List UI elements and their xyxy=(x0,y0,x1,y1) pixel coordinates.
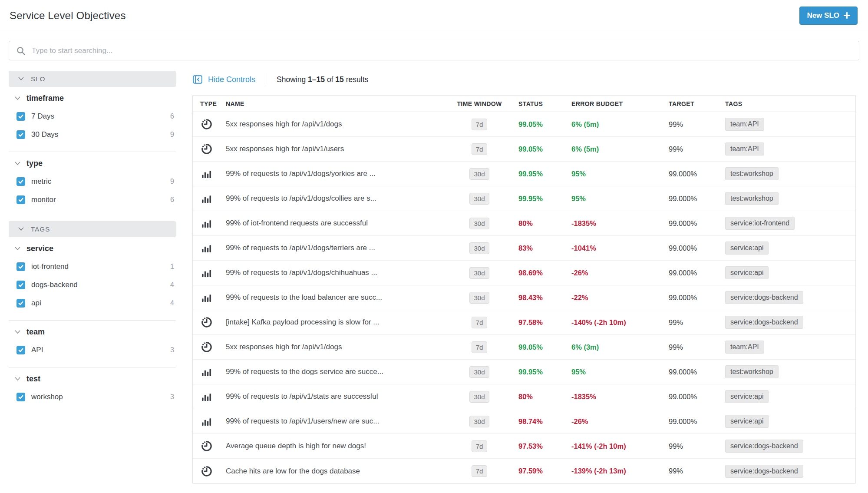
checkbox-checked-icon[interactable] xyxy=(17,281,25,289)
slo-table-row[interactable]: 5xx responses high for /api/v1/users 7d … xyxy=(193,137,855,162)
column-header-name[interactable]: NAME xyxy=(226,100,440,107)
search-box[interactable] xyxy=(9,41,859,60)
slo-name[interactable]: Average queue depth is high for new dogs… xyxy=(226,442,440,450)
slo-name[interactable]: Cache hits are low for the dogs database xyxy=(226,467,440,476)
slo-table-row[interactable]: 99% of requests to the dogs service are … xyxy=(193,360,855,384)
facet-item-workshop[interactable]: workshop 3 xyxy=(15,388,176,406)
vertical-divider xyxy=(266,73,266,86)
slo-name[interactable]: 99% of requests to /api/v1/stats are suc… xyxy=(226,392,440,401)
facet-item-iot-frontend[interactable]: iot-frontend 1 xyxy=(15,258,176,276)
slo-name[interactable]: 99% of requests to the load balancer are… xyxy=(226,293,440,302)
facet-item-api[interactable]: API 3 xyxy=(15,341,176,359)
monitor-type-icon xyxy=(200,118,213,131)
facet-group-header-service[interactable]: service xyxy=(15,244,176,253)
slo-target-value: 99.000% xyxy=(669,269,725,277)
chevron-down-icon xyxy=(18,77,24,81)
checkbox-checked-icon[interactable] xyxy=(17,393,25,401)
slo-tag-badge[interactable]: service:dogs-backend xyxy=(725,316,803,329)
column-header-time-window[interactable]: TIME WINDOW xyxy=(440,100,518,107)
slo-status-value: 99.95% xyxy=(518,368,571,376)
hide-controls-label: Hide Controls xyxy=(208,75,255,84)
slo-table-row[interactable]: 99% of requests to /api/v1/stats are suc… xyxy=(193,384,855,409)
checkbox-checked-icon[interactable] xyxy=(17,177,25,186)
column-header-status[interactable]: STATUS xyxy=(518,100,571,107)
slo-tag-badge[interactable]: service:iot-frontend xyxy=(725,217,795,230)
table-header-row: TYPE NAME TIME WINDOW STATUS ERROR BUDGE… xyxy=(193,96,855,112)
facet-item-api[interactable]: api 4 xyxy=(15,294,176,312)
slo-status-value: 97.58% xyxy=(518,318,571,327)
slo-table-row[interactable]: Average queue depth is high for new dogs… xyxy=(193,434,855,459)
facet-group-timeframe: timeframe 7 Days 6 30 Days 9 xyxy=(9,94,176,144)
time-window-badge: 30d xyxy=(469,416,489,427)
slo-target-value: 99% xyxy=(669,120,725,129)
slo-error-budget-value: 6% (5m) xyxy=(571,120,669,129)
slo-table-row[interactable]: 5xx responses high for /api/v1/dogs 7d 9… xyxy=(193,112,855,137)
slo-tag-badge[interactable]: team:API xyxy=(725,118,764,131)
slo-name[interactable]: 5xx responses high for /api/v1/dogs xyxy=(226,343,440,351)
new-slo-button[interactable]: New SLO xyxy=(799,7,858,25)
slo-name[interactable]: 99% of requests to /api/v1/users/new are… xyxy=(226,417,440,426)
slo-tag-badge[interactable]: service:dogs-backend xyxy=(725,291,803,304)
column-header-error-budget[interactable]: ERROR BUDGET xyxy=(571,100,669,107)
slo-tag-badge[interactable]: service:api xyxy=(725,242,769,255)
facet-section-header-tags[interactable]: TAGS xyxy=(9,221,176,237)
slo-table-row[interactable]: 99% of requests to /api/v1/dogs/collies … xyxy=(193,186,855,211)
column-header-target[interactable]: TARGET xyxy=(669,100,725,107)
slo-table-row[interactable]: 99% of requests to /api/v1/dogs/terriers… xyxy=(193,236,855,261)
slo-status-value: 99.05% xyxy=(518,343,571,351)
slo-tag-badge[interactable]: service:api xyxy=(725,390,769,403)
slo-name[interactable]: 99% of requests to the dogs service are … xyxy=(226,367,440,376)
slo-tag-badge[interactable]: test:workshop xyxy=(725,365,779,378)
column-header-type[interactable]: TYPE xyxy=(193,100,226,107)
slo-tag-badge[interactable]: team:API xyxy=(725,142,764,156)
facet-item-label: monitor xyxy=(31,195,170,204)
slo-name[interactable]: 5xx responses high for /api/v1/dogs xyxy=(226,120,440,129)
facet-item-dogs-backend[interactable]: dogs-backend 4 xyxy=(15,276,176,294)
facet-item-30-days[interactable]: 30 Days 9 xyxy=(15,126,176,144)
slo-name[interactable]: 99% of requests to /api/v1/dogs/collies … xyxy=(226,194,440,203)
slo-table-row[interactable]: 5xx responses high for /api/v1/dogs 7d 9… xyxy=(193,335,855,360)
checkbox-checked-icon[interactable] xyxy=(17,346,25,354)
facet-item-label: metric xyxy=(31,177,170,186)
slo-tag-badge[interactable]: test:workshop xyxy=(725,167,779,180)
checkbox-checked-icon[interactable] xyxy=(17,130,25,139)
slo-tag-badge[interactable]: service:dogs-backend xyxy=(725,465,803,478)
slo-tag-badge[interactable]: service:api xyxy=(725,266,769,279)
facet-item-monitor[interactable]: monitor 6 xyxy=(15,191,176,209)
facet-group-header-type[interactable]: type xyxy=(15,159,176,168)
slo-name[interactable]: 99% of iot-frontend requests are success… xyxy=(226,219,440,228)
hide-controls-button[interactable]: Hide Controls xyxy=(192,74,255,85)
slo-name[interactable]: 5xx responses high for /api/v1/users xyxy=(226,145,440,153)
slo-table-row[interactable]: 99% of requests to the load balancer are… xyxy=(193,285,855,310)
time-window-badge: 7d xyxy=(472,143,488,155)
checkbox-checked-icon[interactable] xyxy=(17,195,25,204)
facet-group-header-timeframe[interactable]: timeframe xyxy=(15,94,176,103)
facet-group-header-team[interactable]: team xyxy=(15,328,176,337)
slo-table-row[interactable]: 99% of requests to /api/v1/dogs/chihuahu… xyxy=(193,261,855,285)
facet-group-title: timeframe xyxy=(26,94,64,103)
slo-table-row[interactable]: 99% of requests to /api/v1/users/new are… xyxy=(193,409,855,434)
facet-section-header-slo[interactable]: SLO xyxy=(9,71,176,87)
slo-status-value: 98.43% xyxy=(518,294,571,302)
checkbox-checked-icon[interactable] xyxy=(17,299,25,308)
checkbox-checked-icon[interactable] xyxy=(17,112,25,121)
facet-group-header-test[interactable]: test xyxy=(15,374,176,384)
checkbox-checked-icon[interactable] xyxy=(17,262,25,271)
slo-tag-badge[interactable]: service:dogs-backend xyxy=(725,440,803,453)
slo-name[interactable]: 99% of requests to /api/v1/dogs/chihuahu… xyxy=(226,268,440,277)
slo-name[interactable]: 99% of requests to /api/v1/dogs/terriers… xyxy=(226,244,440,252)
slo-tag-badge[interactable]: team:API xyxy=(725,341,764,354)
slo-table-row[interactable]: Cache hits are low for the dogs database… xyxy=(193,459,855,483)
slo-name[interactable]: [intake] Kafka payload processing is slo… xyxy=(226,318,440,327)
search-input[interactable] xyxy=(9,41,859,60)
search-icon xyxy=(16,46,26,58)
slo-name[interactable]: 99% of requests to /api/v1/dogs/yorkies … xyxy=(226,169,440,178)
slo-tag-badge[interactable]: service:api xyxy=(725,415,769,428)
slo-table-row[interactable]: [intake] Kafka payload processing is slo… xyxy=(193,310,855,335)
facet-item-7-days[interactable]: 7 Days 6 xyxy=(15,107,176,126)
facet-item-metric[interactable]: metric 9 xyxy=(15,172,176,191)
slo-table-row[interactable]: 99% of iot-frontend requests are success… xyxy=(193,211,855,236)
slo-tag-badge[interactable]: test:workshop xyxy=(725,192,779,205)
slo-table-row[interactable]: 99% of requests to /api/v1/dogs/yorkies … xyxy=(193,162,855,186)
column-header-tags[interactable]: TAGS xyxy=(725,100,855,107)
